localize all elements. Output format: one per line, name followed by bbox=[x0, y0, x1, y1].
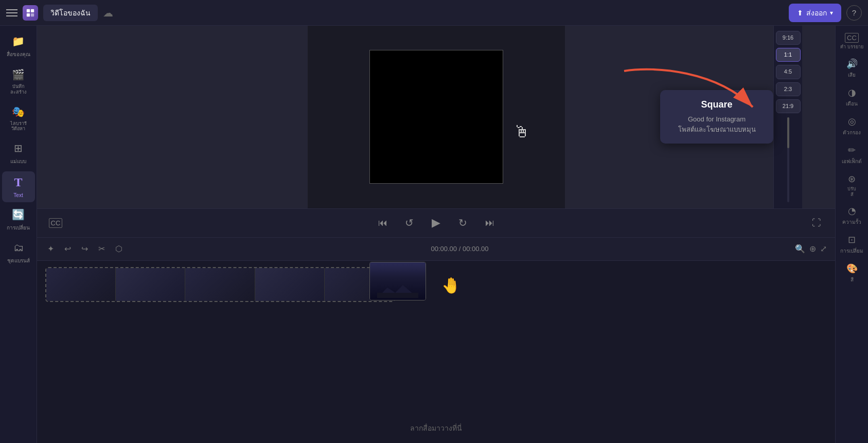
forward-icon: ↻ bbox=[458, 217, 467, 229]
aspect-ratio-panel: 9:16 1:1 4:5 2:3 21:9 bbox=[773, 26, 802, 208]
export-button[interactable]: ⬆ ส่งออก ▾ bbox=[789, 4, 841, 22]
play-button[interactable]: ▶ bbox=[428, 215, 445, 231]
menu-button[interactable] bbox=[6, 9, 17, 16]
tool-adjust[interactable]: ⊛ ปรับสี bbox=[837, 170, 867, 201]
sidebar-item-media[interactable]: 📁 สื่อของคุณ bbox=[2, 31, 35, 62]
undo-button[interactable]: ↩ bbox=[62, 242, 73, 256]
filter-tool-icon: ◎ bbox=[848, 116, 856, 127]
help-button[interactable]: ? bbox=[846, 5, 862, 21]
captions-button[interactable]: CC bbox=[47, 215, 64, 231]
tool-effects[interactable]: ✏ เอฟเฟ็กต์ bbox=[837, 141, 867, 168]
speed-tool-label: ความรั้ว bbox=[842, 218, 861, 226]
tool-transition[interactable]: ◑ เดือน bbox=[837, 84, 867, 111]
zoom-out-button[interactable]: 🔍 bbox=[795, 244, 805, 254]
effects-tool-label: เอฟเฟ็กต์ bbox=[842, 157, 862, 165]
sidebar-label-brand: ชุดแบรนส์ bbox=[7, 257, 30, 264]
topbar-right: ⬆ ส่งออก ▾ ? bbox=[789, 4, 862, 22]
sidebar-item-templates[interactable]: ⊞ แม่แบบ bbox=[2, 138, 35, 169]
tool-filter[interactable]: ◎ ตัวกรอง bbox=[837, 113, 867, 139]
clip-thumb-1 bbox=[46, 268, 116, 301]
clip-thumbnail-strip bbox=[46, 268, 394, 301]
sidebar-label-media: สื่อของคุณ bbox=[7, 50, 30, 58]
adjust-tool-label: ปรับสี bbox=[847, 186, 856, 198]
fullscreen-button[interactable]: ⛶ bbox=[808, 215, 825, 231]
left-sidebar: 📁 สื่อของคุณ 🎬 บันทึกละสร้าง 🎭 ไลบรารีวี… bbox=[0, 26, 37, 443]
sidebar-label-record: บันทึกละสร้าง bbox=[10, 84, 26, 95]
svg-rect-0 bbox=[27, 9, 30, 12]
aspect-1-1-button[interactable]: 1:1 bbox=[776, 48, 801, 62]
clip-thumb-3 bbox=[185, 268, 255, 301]
sidebar-item-record[interactable]: 🎬 บันทึกละสร้าง bbox=[2, 64, 35, 99]
fit-timeline-button[interactable]: ⤢ bbox=[820, 244, 827, 254]
zoom-in-button[interactable]: ⊕ bbox=[809, 244, 816, 254]
sidebar-label-templates: แม่แบบ bbox=[10, 157, 26, 165]
adjust-tool-icon: ⊛ bbox=[848, 173, 856, 185]
rewind-button[interactable]: ↺ bbox=[401, 215, 418, 231]
cut-button[interactable]: ✂ bbox=[96, 242, 107, 256]
aspect-4-5-button[interactable]: 4:5 bbox=[776, 65, 801, 79]
svg-rect-3 bbox=[31, 13, 34, 16]
aspect-popup-title: Square bbox=[670, 99, 763, 110]
aspect-scrollbar bbox=[787, 117, 789, 202]
magic-cut-button[interactable]: ✦ bbox=[45, 242, 56, 256]
tool-speed[interactable]: ◔ ความรั้ว bbox=[837, 202, 867, 229]
timeline-toolbar: ✦ ↩ ↪ ✂ ⬡ 00:00.00 / 00:00.00 🔍 ⊕ ⤢ bbox=[37, 237, 835, 261]
sidebar-label-transitions: การเปลี่ยน bbox=[7, 224, 30, 232]
topbar-left: วิดีโอของฉัน ☁ bbox=[6, 5, 784, 21]
sidebar-item-text[interactable]: T Text bbox=[2, 171, 35, 202]
crop-tool-icon: ⊡ bbox=[848, 234, 856, 245]
floating-thumb-image bbox=[370, 262, 426, 300]
timeline-time-display: 00:00.00 / 00:00.00 bbox=[131, 245, 789, 253]
logo-icon bbox=[23, 5, 38, 21]
aspect-scrollbar-thumb bbox=[787, 117, 789, 148]
brand-icon: 🗂 bbox=[13, 242, 24, 254]
aspect-21-9-button[interactable]: 21:9 bbox=[776, 99, 801, 113]
aspect-9-16-button[interactable]: 9:16 bbox=[776, 31, 801, 45]
captions-tool-label: คำ บรรยาย bbox=[840, 44, 863, 50]
captions-tool-icon: CC bbox=[845, 33, 859, 43]
captions-icon: CC bbox=[49, 218, 63, 228]
record-icon: 🎬 bbox=[12, 68, 25, 81]
aspect-ratio-popup: Square Good for Instagram โพสต์และโฆษณาแ… bbox=[660, 90, 773, 144]
redo-button[interactable]: ↪ bbox=[79, 242, 90, 256]
forward-button[interactable]: ↻ bbox=[455, 215, 471, 231]
transition-tool-label: เดือน bbox=[846, 100, 858, 108]
audio-tool-icon: 🔊 bbox=[846, 58, 858, 69]
aspect-2-3-button[interactable]: 2:3 bbox=[776, 82, 801, 96]
fullscreen-icon: ⛶ bbox=[812, 218, 821, 228]
aspect-popup-description: Good for Instagram โพสต์และโฆษณาแบบหมุน bbox=[670, 114, 763, 134]
sidebar-item-transitions[interactable]: 🔄 การเปลี่ยน bbox=[2, 204, 35, 236]
transition-tool-icon: ◑ bbox=[848, 87, 856, 98]
filter-tool-label: ตัวกรอง bbox=[843, 129, 861, 136]
tool-audio[interactable]: 🔊 เสีย bbox=[837, 55, 867, 82]
timeline-clip[interactable] bbox=[45, 267, 395, 302]
sidebar-label-text: Text bbox=[13, 192, 23, 198]
export-chevron-icon: ▾ bbox=[830, 9, 833, 16]
sidebar-item-library[interactable]: 🎭 ไลบรารีวีดีอหา bbox=[2, 101, 35, 136]
sidebar-item-brand[interactable]: 🗂 ชุดแบรนส์ bbox=[2, 238, 35, 269]
skip-end-icon: ⏭ bbox=[485, 218, 494, 228]
drag-hand-icon: 🤚 bbox=[441, 276, 460, 294]
preview-video bbox=[369, 50, 503, 184]
color-tool-icon: 🎨 bbox=[846, 263, 858, 274]
preview-background bbox=[308, 26, 565, 208]
text-icon: T bbox=[14, 175, 22, 189]
skip-to-start-button[interactable]: ⏮ bbox=[375, 215, 391, 231]
color-tool-label: สี bbox=[851, 276, 854, 283]
tool-color[interactable]: 🎨 สี bbox=[837, 260, 867, 287]
audio-tool-label: เสีย bbox=[848, 71, 856, 79]
skip-start-icon: ⏮ bbox=[378, 218, 387, 228]
paste-button[interactable]: ⬡ bbox=[113, 242, 125, 256]
transitions-icon: 🔄 bbox=[12, 208, 25, 221]
export-label: ส่งออก bbox=[806, 7, 827, 19]
drop-zone-label: ลากสื่อมาวางที่นี่ bbox=[406, 418, 466, 438]
main-layout: 📁 สื่อของคุณ 🎬 บันทึกละสร้าง 🎭 ไลบรารีวี… bbox=[0, 26, 868, 443]
svg-rect-2 bbox=[27, 13, 30, 16]
tool-captions[interactable]: CC คำ บรรยาย bbox=[837, 30, 867, 53]
media-icon: 📁 bbox=[12, 35, 25, 47]
project-title-button[interactable]: วิดีโอของฉัน bbox=[43, 5, 98, 21]
clip-thumb-4 bbox=[255, 268, 325, 301]
tool-crop[interactable]: ⊡ การเปลี่ยม bbox=[837, 231, 867, 258]
svg-rect-1 bbox=[31, 9, 34, 12]
skip-to-end-button[interactable]: ⏭ bbox=[482, 215, 498, 231]
